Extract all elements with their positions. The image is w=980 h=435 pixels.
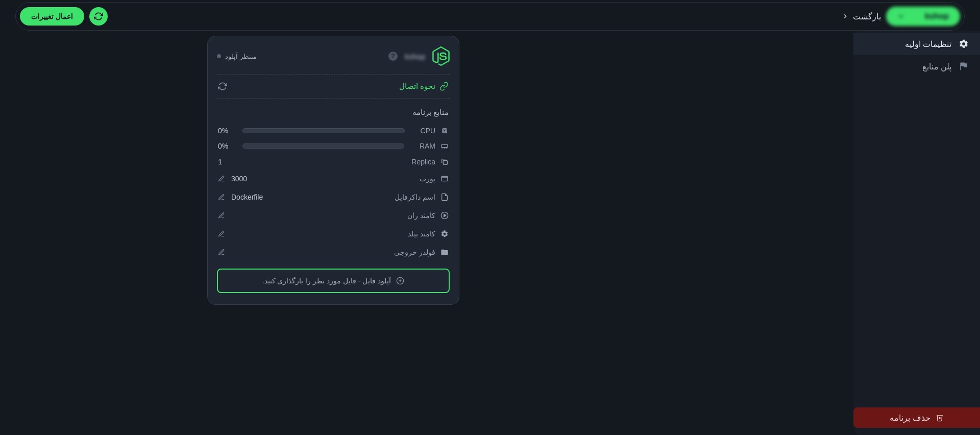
sidebar-item-label: پلن منابع [922,62,951,71]
resource-row-replica: Replica 1 [217,154,450,170]
svg-rect-2 [442,144,448,147]
sidebar-item-initial-settings[interactable]: تنظیمات اولیه [853,33,980,55]
config-row-build-command: کامند بیلد [217,225,450,243]
sidebar-item-label: تنظیمات اولیه [905,39,951,49]
app-card: kshop ? منتظر آپلود نحوه اتصال منابع برن… [207,36,459,305]
link-icon [439,82,449,91]
cpu-bar [242,128,405,133]
card-header-right: kshop ? [388,46,450,66]
resource-row-cpu: CPU 0% [217,123,450,138]
ram-value: 0% [218,142,235,150]
port-value-wrap: 3000 [218,175,247,183]
run-cmd-label-group: کامند ران [407,211,449,220]
sidebar: تنظیمات اولیه پلن منابع حذف برنامه [853,31,980,435]
output-folder-value-wrap [218,249,231,256]
chevron-right-icon [842,13,849,20]
flag-icon [959,61,969,71]
replica-label-group: Replica [411,158,449,166]
topbar-right-group: kshop بازگشت [842,7,960,26]
edit-dockerfile-button[interactable] [218,194,225,201]
cpu-label: CPU [420,127,435,135]
delete-label: حذف برنامه [890,413,930,423]
dockerfile-label-group: اسم داکرفایل [395,193,449,201]
ram-label: RAM [420,142,435,150]
connection-row: نحوه اتصال [217,75,450,99]
chevron-down-icon [897,13,904,20]
nodejs-icon [432,46,450,66]
output-folder-label: فولدر خروجی [394,248,435,256]
cpu-value: 0% [218,127,235,135]
svg-marker-10 [444,214,446,216]
build-cmd-value-wrap [218,230,231,237]
folder-icon [440,248,449,256]
config-row-output-folder: فولدر خروجی [217,243,450,261]
config-row-run-command: کامند ران [217,206,450,225]
gear-icon [959,39,969,49]
ram-bar [242,143,404,149]
build-cmd-label: کامند بیلد [408,230,435,238]
ram-label-group: RAM [420,142,449,150]
delete-program-button[interactable]: حذف برنامه [853,407,980,428]
port-label-group: پورت [420,175,449,183]
app-name: kshop [405,52,425,61]
svg-rect-6 [443,160,447,164]
cpu-label-group: CPU [420,127,449,135]
dockerfile-value-wrap: Dockerfile [218,193,263,201]
svg-rect-7 [442,176,448,181]
connection-label: نحوه اتصال [399,82,435,91]
plus-circle-icon [396,277,404,285]
replica-label: Replica [411,158,435,166]
edit-run-cmd-button[interactable] [218,212,225,219]
dropdown-label: kshop [925,12,949,21]
reload-icon[interactable] [218,82,227,91]
run-cmd-value-wrap [218,212,231,219]
refresh-button[interactable] [89,7,108,26]
ram-icon [440,142,449,150]
sidebar-item-resource-plan[interactable]: پلن منابع [853,55,980,78]
project-dropdown[interactable]: kshop [886,7,960,26]
config-row-port: پورت 3000 [217,170,450,188]
ram-bar-wrap: 0% [218,142,404,150]
apply-changes-button[interactable]: اعمال تغییرات [20,7,84,26]
status-text: منتظر آپلود [225,53,257,60]
topbar: kshop بازگشت اعمال تغییرات [15,2,965,31]
port-value: 3000 [231,175,247,183]
connection-link[interactable]: نحوه اتصال [399,82,449,91]
trash-icon [936,414,944,422]
output-folder-label-group: فولدر خروجی [394,248,449,256]
config-row-dockerfile: اسم داکرفایل Dockerfile [217,188,450,206]
file-icon [440,193,449,201]
status-indicator: منتظر آپلود [217,53,257,60]
resource-row-ram: RAM 0% [217,138,450,154]
port-label: پورت [420,175,435,183]
svg-rect-0 [443,129,447,133]
dockerfile-value: Dockerfile [231,193,263,201]
cpu-bar-wrap: 0% [218,127,405,135]
edit-output-folder-button[interactable] [218,249,225,256]
port-icon [440,175,449,183]
dockerfile-label: اسم داکرفایل [395,193,435,201]
play-icon [440,211,449,220]
cpu-icon [440,127,449,135]
card-header: kshop ? منتظر آپلود [217,46,450,75]
upload-file-box[interactable]: آپلود فایل - فایل مورد نظر را بارگذاری ک… [217,269,450,293]
back-label: بازگشت [853,12,881,21]
upload-text: آپلود فایل - فایل مورد نظر را بارگذاری ک… [262,277,391,285]
run-cmd-label: کامند ران [407,211,435,220]
help-icon[interactable]: ? [388,52,398,61]
edit-port-button[interactable] [218,175,225,182]
refresh-icon [94,12,103,21]
replica-icon [440,158,449,166]
apply-label: اعمال تغییرات [31,12,73,20]
svg-rect-1 [444,130,446,132]
status-dot-icon [217,54,221,58]
resources-title: منابع برنامه [217,99,450,123]
gear-small-icon [440,230,449,238]
edit-build-cmd-button[interactable] [218,230,225,237]
replica-value: 1 [218,157,222,166]
back-link[interactable]: بازگشت [842,12,881,21]
topbar-left-group: اعمال تغییرات [20,7,108,26]
build-cmd-label-group: کامند بیلد [408,230,449,238]
